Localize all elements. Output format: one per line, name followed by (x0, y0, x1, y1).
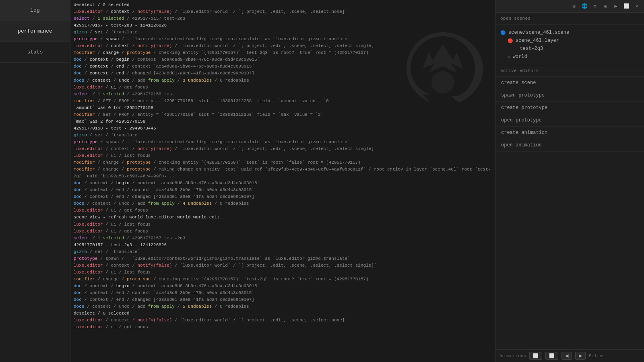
bottom-prev-btn[interactable]: ◀ (561, 352, 572, 360)
log-line: select / 1 selected / 42951770158 test (74, 91, 492, 98)
right-bottom-bar: Animations ⬜ ⬜ ◀ ▶ Filter (495, 349, 644, 362)
log-line: luxe.editor / ui / lost focus (74, 221, 492, 228)
log-line: docs / context / undo / add from apply /… (74, 200, 492, 207)
log-line: luxe.editor / ui / got focus (74, 207, 492, 214)
log-line: luxe.editor / ui / got focus (74, 84, 492, 91)
log-line: modifier / change / prototype / making c… (74, 166, 492, 180)
log-area: deselect / 0 selectedluxe.editor / conte… (70, 0, 495, 362)
log-line: 42951770157 - test-2q3 - 1241226826 (74, 22, 492, 29)
log-line: doc / context / end / context `aca4d8d8-… (74, 290, 492, 296)
log-line: docs / context / undo / add from apply /… (74, 77, 492, 84)
sidebar-item-log[interactable]: log (0, 0, 70, 21)
sidebar-item-performance[interactable]: performance (0, 21, 70, 42)
log-line: luxe.editor / ui / lost focus (74, 152, 492, 159)
log-line: modifier / GET / FROM / entity = `429517… (74, 98, 492, 105)
log-line: modifier / GET / FROM / entity = `429517… (74, 111, 492, 118)
create-prototype-button[interactable]: create prototype (495, 102, 644, 114)
open-animation-button[interactable]: open animation (495, 139, 644, 152)
log-line: luxe.editor / ui / got focus (74, 228, 492, 235)
sidebar-item-stats[interactable]: stats (0, 42, 70, 63)
open-prototype-button[interactable]: open prototype (495, 114, 644, 127)
log-line: gizmo / set / `translate` (74, 29, 492, 36)
log-line: luxe.editor / context / notify(false) / … (74, 8, 492, 15)
log-line: luxe.editor / context / notify(false) / … (74, 146, 492, 152)
log-line: doc / context / end / context `aca4d8d8-… (74, 187, 492, 193)
right-toolbar: ✉ 🌐 ⚙ ▣ ▶ ⬜ ✕ (495, 0, 644, 13)
toolbar-globe-icon[interactable]: 🌐 (580, 2, 588, 10)
log-line: prototype / spawn / - `luxe.editor/conte… (74, 255, 492, 262)
log-line: select / 1 selected / 42951770157 test-2… (74, 15, 492, 22)
log-lines: deselect / 0 selectedluxe.editor / conte… (74, 2, 492, 331)
world-icon: ⚙ (508, 54, 510, 60)
right-panel: ✉ 🌐 ⚙ ▣ ▶ ⬜ ✕ open scenes 🔵 scene/scene_… (495, 0, 644, 362)
sidebar: log performance stats (0, 0, 70, 362)
log-line: select / 1 selected / 42951770157 test-2… (74, 235, 492, 242)
bottom-btn-2[interactable]: ⬜ (545, 352, 558, 360)
layer-icon: 🔴 (508, 38, 513, 43)
entity-icon: — (515, 46, 518, 51)
log-line: doc / context / end / changed [428a6d01-… (74, 70, 492, 77)
log-line: `amount` was 0 for 42951770158 (74, 105, 492, 111)
log-line: deselect / 0 selected (74, 310, 492, 317)
scene-tree: 🔵 scene/scene_46l.scene 🔴 scene_46l.laye… (495, 25, 644, 65)
toolbar-mail-icon[interactable]: ✉ (570, 2, 578, 10)
bottom-next-btn[interactable]: ▶ (575, 352, 586, 360)
log-line: prototype / spawn / - `luxe.editor/conte… (74, 36, 492, 43)
bottom-btn-1[interactable]: ⬜ (529, 352, 542, 360)
log-line: doc / context / end / changed [428a6d01-… (74, 193, 492, 200)
scene-icon: 🔵 (500, 30, 506, 35)
filter-label: Filter (589, 354, 605, 358)
log-line: doc / context / end / changed [428a6d01-… (74, 296, 492, 303)
log-line: luxe.editor / ui / lost focus (74, 269, 492, 276)
scene-item-world[interactable]: ⚙ world (500, 53, 639, 61)
log-line: 42951770157 - test-2q3 - 1241226826 (74, 242, 492, 249)
toolbar-doc-icon[interactable]: ⬜ (622, 2, 630, 10)
animations-label: Animations (500, 354, 526, 358)
toolbar-settings-icon[interactable]: ⚙ (591, 2, 599, 10)
create-animation-button[interactable]: create animation (495, 127, 644, 139)
toolbar-grid-icon[interactable]: ▣ (601, 2, 609, 10)
log-line: doc / context / begin / context `aca4d8d… (74, 283, 492, 290)
log-line: deselect / 0 selected (74, 2, 492, 8)
log-line: luxe.editor / ui / got focus (74, 324, 492, 331)
log-line: `max` was 2 for 42951770158 (74, 118, 492, 125)
log-line: gizmo / set / `translate` (74, 249, 492, 255)
log-line: modifier / change / prototype / checking… (74, 159, 492, 166)
scene-item-scene46l-scene[interactable]: 🔵 scene/scene_46l.scene (500, 29, 639, 37)
spawn-prototype-button[interactable]: spawn prototype (495, 89, 644, 102)
toolbar-close-icon[interactable]: ✕ (633, 2, 641, 10)
log-line: 42951770158 - test - 2949673445 (74, 125, 492, 132)
log-line: gizmo / set / `translate` (74, 132, 492, 139)
log-line: doc / context / end / context `aca4d8d8-… (74, 63, 492, 70)
active-editors-header: active editors (495, 65, 644, 77)
toolbar-play-icon[interactable]: ▶ (612, 2, 620, 10)
open-scenes-header: open scenes (495, 13, 644, 25)
log-line: luxe.editor / context / notify(false) / … (74, 317, 492, 324)
action-buttons: create scene spawn prototype create prot… (495, 77, 644, 152)
log-line: doc / context / begin / context `aca4d8d… (74, 56, 492, 63)
log-line: doc / context / begin / context `aca4d8d… (74, 180, 492, 187)
log-line: scene view - refresh world luxe.editor.w… (74, 214, 492, 221)
scene-item-scene46l-layer[interactable]: 🔴 scene_46l.layer (500, 37, 639, 45)
log-line: modifier / change / prototype / checking… (74, 276, 492, 283)
log-line: docs / context / undo / add from apply /… (74, 303, 492, 310)
scene-item-test2q3[interactable]: — test-2q3 (500, 45, 639, 53)
log-line: prototype / spawn / - `luxe.editor/conte… (74, 139, 492, 146)
log-line: luxe.editor / context / notify(false) / … (74, 262, 492, 269)
create-scene-button[interactable]: create scene (495, 77, 644, 89)
log-line: luxe.editor / context / notify(false) / … (74, 43, 492, 49)
log-line: modifier / change / prototype / checking… (74, 49, 492, 56)
